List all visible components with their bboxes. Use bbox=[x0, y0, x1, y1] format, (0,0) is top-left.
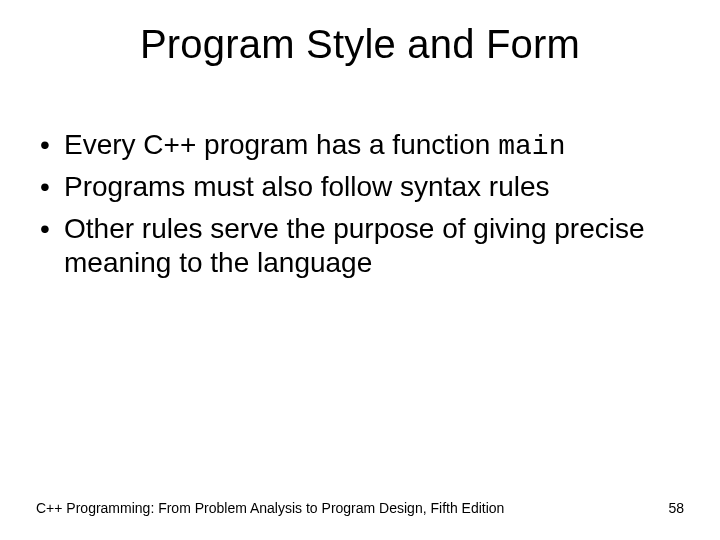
page-number: 58 bbox=[668, 500, 684, 516]
bullet-text: Other rules serve the purpose of giving … bbox=[64, 213, 645, 278]
slide-title: Program Style and Form bbox=[0, 22, 720, 67]
slide-body: Every C++ program has a function main Pr… bbox=[36, 128, 684, 289]
bullet-list: Every C++ program has a function main Pr… bbox=[36, 128, 684, 283]
bullet-text: Programs must also follow syntax rules bbox=[64, 171, 550, 202]
footer-source: C++ Programming: From Problem Analysis t… bbox=[36, 500, 504, 516]
bullet-item: Every C++ program has a function main bbox=[36, 128, 684, 164]
bullet-text: Every C++ program has a function bbox=[64, 129, 498, 160]
bullet-code: main bbox=[498, 131, 565, 162]
slide: Program Style and Form Every C++ program… bbox=[0, 0, 720, 540]
bullet-item: Other rules serve the purpose of giving … bbox=[36, 212, 684, 282]
bullet-item: Programs must also follow syntax rules bbox=[36, 170, 684, 206]
